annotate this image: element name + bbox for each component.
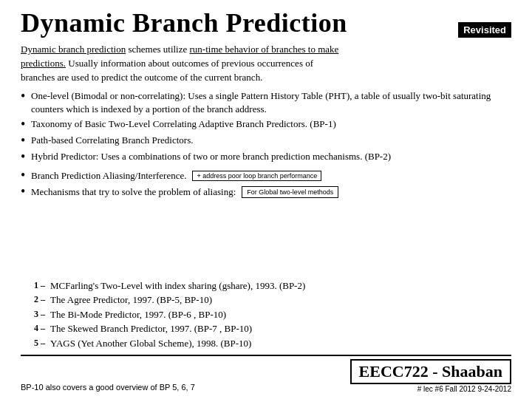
bullet-5-row: • Branch Prediction Aliasing/Interferenc… xyxy=(21,168,511,183)
list-item: 3 – The Bi-Mode Predictor, 1997. (BP-6 ,… xyxy=(34,307,511,322)
list-item: 4 – The Skewed Branch Predictor, 1997. (… xyxy=(34,321,511,336)
list-item-text: YAGS (Yet Another Global Scheme), 1998. … xyxy=(50,336,251,351)
bullet-text: Hybrid Predictor: Uses a combinations of… xyxy=(31,150,511,163)
bullet-5-text: Branch Prediction Aliasing/Interference. xyxy=(31,170,186,182)
bullet-dot: • xyxy=(21,168,31,183)
eecc-title: EECC722 - Shaaban xyxy=(350,359,511,384)
num-label: 3 – xyxy=(34,307,50,322)
bullet-dot: • xyxy=(21,89,31,104)
for-global-badge: For Global two-level methods xyxy=(242,186,338,198)
numbered-list: 1 – MCFarling's Two-Level with index sha… xyxy=(34,279,511,351)
num-label: 5 – xyxy=(34,336,50,351)
list-item: • Taxonomy of Basic Two-Level Correlatin… xyxy=(21,117,511,132)
revisited-badge: Revisited xyxy=(458,22,511,38)
intro-underline-2: run-time behavior of branches to make xyxy=(190,44,339,55)
bullet-text: One-level (Bimodal or non-correlating): … xyxy=(31,89,511,116)
bullet-text: Taxonomy of Basic Two-Level Correlating … xyxy=(31,117,511,131)
footer: BP-10 also covers a good overview of BP … xyxy=(21,355,511,393)
list-item-text: The Skewed Branch Predictor, 1997. (BP-7… xyxy=(50,321,252,336)
bullet-dot: • xyxy=(21,134,31,149)
bullet-dot: • xyxy=(21,117,31,132)
intro-underline: Dynamic branch prediction xyxy=(21,44,126,55)
footer-right: EECC722 - Shaaban # lec #6 Fall 2012 9-2… xyxy=(350,359,511,393)
footer-sub: # lec #6 Fall 2012 9-24-2012 xyxy=(350,385,511,393)
num-label: 2 – xyxy=(34,293,50,307)
num-label: 4 – xyxy=(34,321,50,336)
header-row: Dynamic Branch Prediction Revisited xyxy=(21,7,511,38)
page-title: Dynamic Branch Prediction xyxy=(21,7,347,38)
bullet-6-text: Mechanisms that try to solve the problem… xyxy=(31,186,236,198)
address-annotation-badge: + address poor loop branch performance xyxy=(192,171,321,181)
list-item: 5 – YAGS (Yet Another Global Scheme), 19… xyxy=(34,336,511,351)
list-item-text: The Agree Predictor, 1997. (BP-5, BP-10) xyxy=(50,293,212,307)
intro-underline-3: predictions. xyxy=(21,58,66,69)
list-item: 1 – MCFarling's Two-Level with index sha… xyxy=(34,279,511,293)
footer-left-text: BP-10 also covers a good overview of BP … xyxy=(21,383,195,393)
list-item: • Hybrid Predictor: Uses a combinations … xyxy=(21,150,511,165)
bullet-dot: • xyxy=(21,185,31,200)
intro-paragraph: Dynamic branch prediction schemes utiliz… xyxy=(21,43,511,85)
annotated-bullets: • Branch Prediction Aliasing/Interferenc… xyxy=(21,168,511,275)
intro-text-1: schemes utilize xyxy=(128,44,189,55)
page: Dynamic Branch Prediction Revisited Dyna… xyxy=(0,0,532,399)
list-item: • Path-based Correlating Branch Predicto… xyxy=(21,134,511,149)
bullet-text: Path-based Correlating Branch Predictors… xyxy=(31,134,511,147)
bullet-list: • One-level (Bimodal or non-correlating)… xyxy=(21,89,511,166)
list-item: • One-level (Bimodal or non-correlating)… xyxy=(21,89,511,116)
bullet-dot: • xyxy=(21,150,31,165)
list-item-text: MCFarling's Two-Level with index sharing… xyxy=(50,279,305,293)
list-item-text: The Bi-Mode Predictor, 1997. (BP-6 , BP-… xyxy=(50,307,226,322)
list-item: 2 – The Agree Predictor, 1997. (BP-5, BP… xyxy=(34,293,511,307)
bullet-6-row: • Mechanisms that try to solve the probl… xyxy=(21,185,511,200)
num-label: 1 – xyxy=(34,279,50,293)
